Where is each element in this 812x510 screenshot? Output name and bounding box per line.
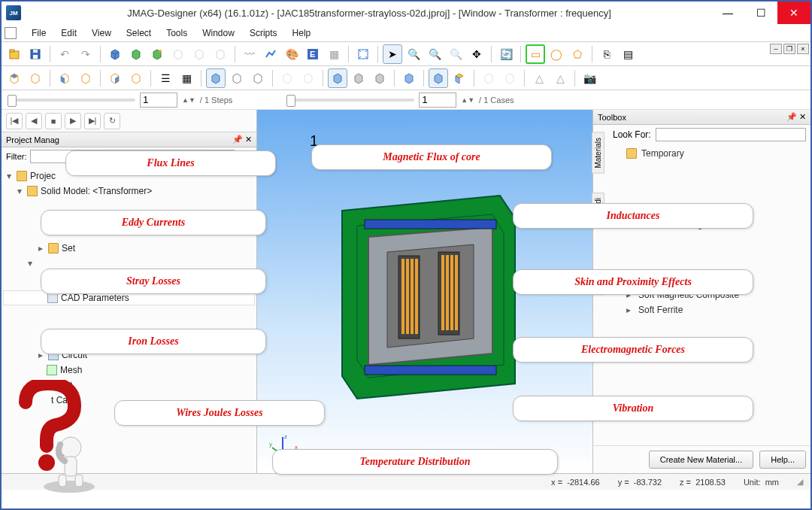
- menu-file[interactable]: File: [24, 26, 53, 40]
- svg-marker-36: [485, 74, 492, 83]
- pointer-button[interactable]: ➤: [383, 44, 402, 64]
- svg-text:z: z: [284, 433, 287, 440]
- green-cube-button[interactable]: [126, 44, 146, 64]
- cases-input[interactable]: [419, 93, 456, 108]
- wirecube-4[interactable]: [76, 68, 95, 88]
- chart-button[interactable]: [261, 44, 280, 64]
- layers-button[interactable]: ▤: [618, 44, 638, 64]
- wirecube-1[interactable]: [5, 68, 24, 88]
- undo-button[interactable]: ↶: [55, 44, 74, 64]
- svg-point-9: [159, 50, 162, 53]
- select-circle-button[interactable]: ◯: [547, 44, 566, 64]
- menu-edit[interactable]: Edit: [53, 26, 84, 40]
- new-project-button[interactable]: [5, 44, 24, 64]
- shade-1[interactable]: [206, 68, 226, 88]
- first-button[interactable]: |◀: [6, 113, 23, 129]
- svg-rect-48: [441, 255, 444, 330]
- lookfor-input[interactable]: [656, 128, 806, 141]
- list-view-button[interactable]: ☰: [156, 68, 175, 88]
- mdi-close[interactable]: ×: [797, 44, 809, 54]
- help-button[interactable]: Help...: [759, 451, 806, 469]
- svg-rect-1: [10, 50, 14, 52]
- play-button[interactable]: ▶: [65, 113, 81, 129]
- solid-cube-button[interactable]: [105, 44, 125, 64]
- minimize-button[interactable]: —: [711, 2, 744, 24]
- cases-label: / 1 Cases: [479, 96, 514, 105]
- shade-2[interactable]: [227, 68, 247, 88]
- tree-solid-model[interactable]: Solid Model: <Transformer>: [41, 186, 152, 196]
- stop-button[interactable]: ■: [45, 113, 62, 129]
- maximize-button[interactable]: ☐: [744, 2, 777, 24]
- create-material-button[interactable]: Create New Material...: [649, 451, 753, 469]
- toolbar-1: ↶ ↷ 〰 🎨 E ▦ ➤ 🔍 🔍 🔍 ✥ 🔄 ▭ ◯ ⬠ ⎘ ▤: [2, 42, 810, 66]
- question-figure-icon: [11, 380, 101, 495]
- mdi-minimize[interactable]: –: [770, 44, 782, 54]
- svg-marker-22: [115, 76, 119, 83]
- tree-root[interactable]: Projec: [30, 171, 56, 181]
- last-button[interactable]: ▶|: [84, 113, 101, 129]
- svg-rect-52: [365, 220, 496, 229]
- mat-temporary[interactable]: Temporary: [641, 148, 684, 159]
- vtab-materials[interactable]: Materials: [592, 132, 604, 174]
- steps-input[interactable]: [140, 93, 177, 108]
- svg-marker-20: [82, 74, 89, 83]
- palette-button[interactable]: 🎨: [282, 44, 301, 64]
- toolbox-pin-icon[interactable]: 📌 ✕: [786, 112, 806, 122]
- iso-1[interactable]: [399, 68, 419, 88]
- save-button[interactable]: [26, 44, 45, 64]
- zoom-box-button[interactable]: 🔍: [425, 44, 444, 64]
- steps-slider[interactable]: [8, 99, 135, 102]
- menu-window[interactable]: Window: [195, 26, 242, 40]
- svg-rect-64: [59, 475, 66, 487]
- svg-marker-19: [61, 76, 65, 83]
- zoom-plus-button[interactable]: 🔍: [404, 44, 423, 64]
- redo-button[interactable]: ↷: [76, 44, 95, 64]
- mat-ferrite[interactable]: Soft Ferrite: [638, 305, 683, 315]
- menu-scripts[interactable]: Scripts: [242, 26, 285, 40]
- select-rect-button[interactable]: ▭: [526, 44, 545, 64]
- tree-cad-params[interactable]: CAD Parameters: [61, 293, 129, 303]
- render-1[interactable]: [328, 68, 347, 88]
- rotate-button[interactable]: 🔄: [496, 44, 516, 64]
- callout-flux-lines: Flux Lines: [65, 150, 276, 176]
- tree-mesh[interactable]: Mesh: [60, 365, 82, 375]
- copy-button[interactable]: ⎘: [597, 44, 617, 64]
- camera-button[interactable]: 📷: [580, 68, 599, 88]
- fit-view-button[interactable]: [353, 44, 373, 64]
- wirecube-6[interactable]: [126, 68, 146, 88]
- grid-view-button[interactable]: ▦: [177, 68, 196, 88]
- loop-button[interactable]: ↻: [104, 113, 120, 129]
- wirecube-5[interactable]: [105, 68, 125, 88]
- shade-3[interactable]: [248, 68, 268, 88]
- menu-tools[interactable]: Tools: [159, 26, 195, 40]
- wirecube-2[interactable]: [26, 68, 45, 88]
- menu-help[interactable]: Help: [285, 26, 319, 40]
- render-2[interactable]: [349, 68, 368, 88]
- menu-view[interactable]: View: [84, 26, 119, 40]
- render-3[interactable]: [370, 68, 389, 88]
- green-cube2-button[interactable]: [147, 44, 167, 64]
- svg-marker-24: [212, 74, 220, 83]
- close-button[interactable]: ✕: [777, 2, 810, 24]
- svg-marker-31: [376, 74, 383, 83]
- cube-disabled-3: [211, 44, 230, 64]
- mdi-restore[interactable]: ❐: [783, 44, 795, 54]
- playback-controls: |◀ ◀ ■ ▶ ▶| ↻: [2, 110, 256, 132]
- svg-marker-33: [435, 74, 442, 83]
- cases-slider[interactable]: [286, 99, 414, 102]
- tree-set[interactable]: Set: [62, 243, 75, 253]
- transformer-model[interactable]: [312, 165, 538, 408]
- select-poly-button[interactable]: ⬠: [568, 44, 587, 64]
- iso-3[interactable]: [450, 68, 469, 88]
- pan-button[interactable]: ✥: [467, 44, 486, 64]
- prev-button[interactable]: ◀: [26, 113, 42, 129]
- menu-select[interactable]: Select: [119, 26, 159, 40]
- iso-2[interactable]: [429, 68, 448, 88]
- wirecube-3[interactable]: [55, 68, 74, 88]
- callout-eddy: Eddy Currents: [41, 210, 266, 235]
- panel-pin-icon[interactable]: 📌 ✕: [232, 135, 252, 144]
- callout-vib: Vibration: [513, 396, 753, 421]
- document-icon[interactable]: [5, 27, 17, 39]
- eq-button[interactable]: E: [303, 44, 323, 64]
- resize-grip-icon[interactable]: ◢: [797, 477, 803, 487]
